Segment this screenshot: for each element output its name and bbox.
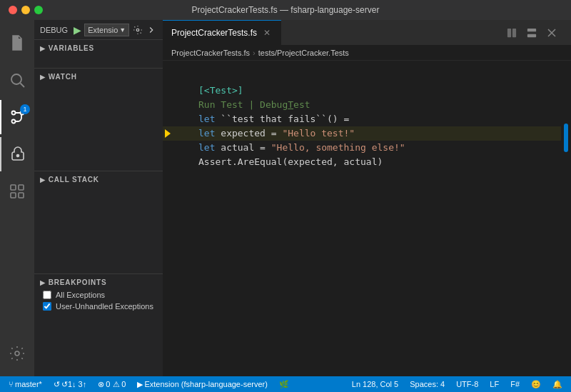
status-line-ending[interactable]: LF xyxy=(487,376,502,392)
variables-section: ▶ VARIABLES xyxy=(34,40,163,69)
svg-rect-14 xyxy=(527,28,536,31)
breakpoints-arrow: ▶ xyxy=(40,279,46,286)
status-leaf[interactable]: 🌿 xyxy=(276,376,292,392)
source-control-badge: 1 xyxy=(20,104,30,114)
svg-rect-8 xyxy=(11,193,16,198)
gutter-5 xyxy=(163,126,173,141)
variables-label: VARIABLES xyxy=(49,44,94,52)
sync-text: ↺1↓ 3↑ xyxy=(61,380,86,389)
activity-settings[interactable] xyxy=(0,336,34,371)
status-errors[interactable]: ⊗ 0 ⚠ 0 xyxy=(95,376,128,392)
tab-close-button[interactable]: ✕ xyxy=(261,27,273,39)
activity-debug[interactable] xyxy=(0,137,34,171)
code-3: Run Test | DebugTest xyxy=(198,98,561,112)
status-left: ⑂ master* ↺ ↺1↓ 3↑ ⊗ 0 ⚠ 0 ▶ Extension (… xyxy=(6,376,292,392)
line-num-3 xyxy=(173,98,198,112)
status-smiley[interactable]: 😊 xyxy=(528,376,544,392)
more-editors-button[interactable] xyxy=(524,25,540,41)
svg-point-4 xyxy=(12,111,16,115)
breakpoint-all-exceptions: All Exceptions xyxy=(34,289,163,301)
breakpoint-unhandled-checkbox[interactable] xyxy=(43,302,51,311)
code-line-6: let actual = "Hello, something else!" xyxy=(163,141,561,155)
spaces-text: Spaces: 4 xyxy=(410,380,445,388)
status-bell[interactable]: 🔔 xyxy=(550,376,565,392)
svg-rect-13 xyxy=(512,28,516,36)
status-run[interactable]: ▶ Extension (fsharp-language-server) xyxy=(134,376,270,392)
line-num-7 xyxy=(173,155,198,169)
status-encoding[interactable]: UTF-8 xyxy=(453,376,481,392)
svg-rect-7 xyxy=(19,185,24,190)
smiley-icon: 😊 xyxy=(531,380,541,389)
breakpoint-all-checkbox[interactable] xyxy=(43,291,51,299)
svg-point-2 xyxy=(12,120,16,124)
gutter-6 xyxy=(163,141,173,155)
breakpoint-unhandled-label: User-Unhandled Exceptions xyxy=(56,302,153,311)
svg-point-5 xyxy=(17,155,19,157)
sidebar: DEBUG ▶ Extensio ▼ ▶ VARIABLES xyxy=(34,20,163,376)
callstack-header[interactable]: ▶ CALL STACK xyxy=(34,171,163,186)
breakpoint-all-label: All Exceptions xyxy=(56,291,105,299)
variables-header[interactable]: ▶ VARIABLES xyxy=(34,40,163,55)
code-line-5: let expected = "Hello test!" xyxy=(163,126,561,141)
status-position[interactable]: Ln 128, Col 5 xyxy=(349,376,401,392)
svg-line-1 xyxy=(21,84,25,88)
svg-point-10 xyxy=(15,351,19,356)
scrollbar-thumb[interactable] xyxy=(564,124,568,152)
activity-source-control[interactable]: 1 xyxy=(0,100,34,134)
split-editor-button[interactable] xyxy=(504,25,520,41)
variables-arrow: ▶ xyxy=(40,45,46,52)
watch-arrow: ▶ xyxy=(40,74,46,81)
status-bar: ⑂ master* ↺ ↺1↓ 3↑ ⊗ 0 ⚠ 0 ▶ Extension (… xyxy=(0,376,571,392)
callstack-section: ▶ CALL STACK xyxy=(34,171,163,274)
close-button[interactable] xyxy=(9,6,17,14)
code-6: let actual = "Hello, something else!" xyxy=(198,141,561,155)
breadcrumb-filename[interactable]: ProjectCrackerTests.fs xyxy=(171,49,250,57)
code-area: [<Test>] Run Test | DebugTest let ``test… xyxy=(163,66,561,371)
editor-scrollbar[interactable] xyxy=(561,66,571,371)
watch-header[interactable]: ▶ WATCH xyxy=(34,69,163,84)
activity-search[interactable] xyxy=(0,63,34,97)
code-line-7: Assert.AreEqual(expected, actual) xyxy=(163,155,561,169)
sync-indicator: ↺ xyxy=(54,380,60,389)
maximize-button[interactable] xyxy=(34,6,43,14)
debug-settings-button[interactable] xyxy=(132,23,143,37)
svg-rect-15 xyxy=(527,34,536,36)
line-num-1 xyxy=(173,69,198,84)
code-line-1 xyxy=(163,69,561,84)
editor-content[interactable]: [<Test>] Run Test | DebugTest let ``test… xyxy=(163,61,571,376)
branch-icon: ⑂ xyxy=(9,380,14,388)
line-num-2 xyxy=(173,84,198,98)
breakpoints-header[interactable]: ▶ BREAKPOINTS xyxy=(34,274,163,289)
code-7: Assert.AreEqual(expected, actual) xyxy=(198,155,561,169)
status-language[interactable]: F# xyxy=(507,376,522,392)
status-spaces[interactable]: Spaces: 4 xyxy=(407,376,448,392)
svg-rect-9 xyxy=(19,193,24,198)
minimize-button[interactable] xyxy=(21,6,30,14)
window-controls xyxy=(9,6,43,14)
breakpoints-label: BREAKPOINTS xyxy=(49,278,107,286)
code-4: let ``test that fails``() = xyxy=(198,112,561,126)
debug-more-button[interactable] xyxy=(146,23,157,37)
code-line-4: let ``test that fails``() = xyxy=(163,112,561,126)
branch-name: master* xyxy=(15,380,42,388)
status-sync[interactable]: ↺ ↺1↓ 3↑ xyxy=(51,376,89,392)
debug-label: DEBUG xyxy=(40,26,68,34)
debug-play-button[interactable]: ▶ xyxy=(74,24,81,36)
editor-tabs: ProjectCrackerTests.fs ✕ xyxy=(163,20,571,45)
watch-label: WATCH xyxy=(49,73,77,81)
breadcrumb-path[interactable]: tests/ProjectCracker.Tests xyxy=(258,49,349,57)
window-title: ProjectCrackerTests.fs — fsharp-language… xyxy=(192,5,380,15)
line-num-5 xyxy=(173,126,198,141)
callstack-label: CALL STACK xyxy=(49,176,99,184)
activity-extensions[interactable] xyxy=(0,174,34,208)
status-branch[interactable]: ⑂ master* xyxy=(6,376,45,392)
debug-config-dropdown[interactable]: Extensio ▼ xyxy=(84,24,129,36)
close-editor-button[interactable] xyxy=(544,25,560,41)
breadcrumb: ProjectCrackerTests.fs › tests/ProjectCr… xyxy=(163,45,571,61)
position-text: Ln 128, Col 5 xyxy=(352,380,398,388)
run-label: Extension (fsharp-language-server) xyxy=(144,380,267,388)
editor-tab-active[interactable]: ProjectCrackerTests.fs ✕ xyxy=(163,20,281,45)
svg-point-11 xyxy=(136,29,139,31)
activity-files[interactable] xyxy=(0,26,34,60)
status-right: Ln 128, Col 5 Spaces: 4 UTF-8 LF F# 😊 🔔 xyxy=(349,376,565,392)
